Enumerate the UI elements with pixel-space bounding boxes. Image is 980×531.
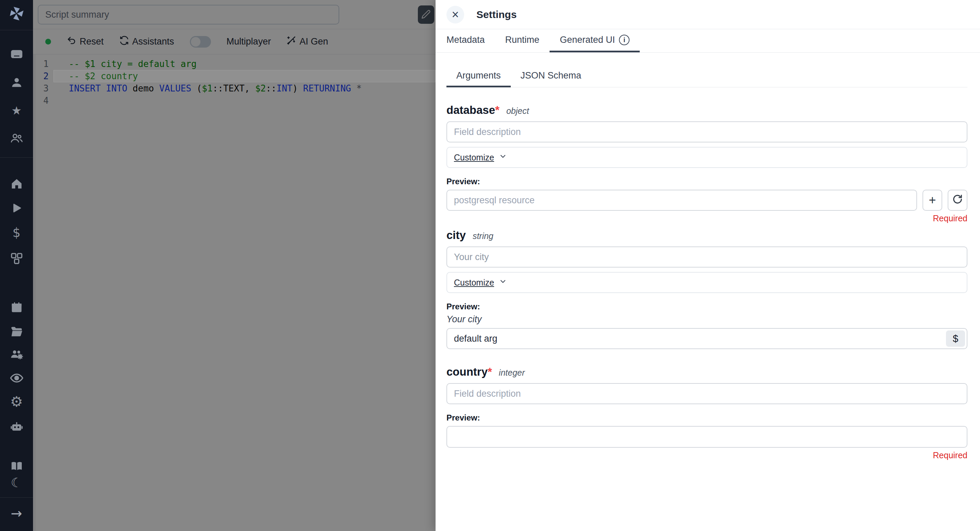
city-customize-link[interactable]: Customize bbox=[454, 277, 507, 288]
expand-arrow-icon[interactable]: → bbox=[0, 506, 33, 521]
city-preview-input-wrap: $ bbox=[447, 328, 967, 349]
schedules-calendar-icon[interactable] bbox=[0, 300, 33, 315]
dollar-icon: $ bbox=[953, 333, 958, 344]
required-message: Required bbox=[447, 214, 967, 223]
robot-icon[interactable] bbox=[0, 419, 33, 434]
city-description-input[interactable] bbox=[447, 246, 967, 268]
chevron-down-icon bbox=[499, 152, 507, 163]
database-customize-box: Customize bbox=[447, 147, 967, 168]
settings-header: × Settings bbox=[436, 0, 980, 29]
docs-book-icon[interactable] bbox=[0, 458, 33, 474]
field-name: database* bbox=[447, 104, 500, 117]
required-asterisk: * bbox=[495, 104, 500, 116]
field-database: database* object Customize Preview: bbox=[447, 104, 967, 223]
field-type: integer bbox=[499, 368, 525, 378]
star-icon[interactable]: ★ bbox=[0, 103, 33, 118]
plus-icon: + bbox=[929, 194, 936, 206]
field-type: string bbox=[473, 231, 493, 241]
database-preview-row: + bbox=[447, 190, 967, 211]
home-icon[interactable] bbox=[0, 176, 33, 192]
preview-label: Preview: bbox=[447, 177, 967, 186]
folder-open-icon[interactable] bbox=[0, 324, 33, 339]
field-country: country* integer Preview: Required bbox=[447, 365, 967, 460]
city-preview-input[interactable] bbox=[447, 328, 967, 349]
field-type: object bbox=[506, 106, 529, 116]
refresh-icon bbox=[953, 194, 963, 206]
field-city: city string Customize Preview: Your city bbox=[447, 229, 967, 349]
generated-ui-subtabs: Arguments JSON Schema bbox=[447, 66, 967, 87]
active-line-highlight bbox=[53, 70, 436, 82]
refresh-resource-button[interactable] bbox=[948, 190, 967, 211]
add-resource-button[interactable]: + bbox=[923, 190, 942, 211]
sidebar-divider bbox=[0, 157, 33, 158]
tab-generated-ui[interactable]: Generated UI i bbox=[550, 29, 640, 52]
city-customize-box: Customize bbox=[447, 272, 967, 293]
eye-icon[interactable] bbox=[0, 371, 33, 385]
settings-drawer: × Settings Metadata Runtime Generated UI… bbox=[436, 0, 980, 531]
customize-label: Customize bbox=[454, 153, 494, 163]
database-customize-link[interactable]: Customize bbox=[454, 152, 507, 163]
country-preview-input[interactable] bbox=[447, 426, 967, 448]
field-city-header: city string bbox=[447, 229, 967, 242]
keyboard-icon[interactable] bbox=[0, 47, 33, 62]
settings-content: Arguments JSON Schema database* object C… bbox=[436, 53, 980, 531]
settings-title: Settings bbox=[476, 9, 517, 21]
moon-icon[interactable]: ☾ bbox=[0, 475, 33, 490]
sidebar: ★ $ bbox=[0, 0, 33, 531]
windmill-logo-icon[interactable] bbox=[0, 6, 33, 21]
settings-tabs: Metadata Runtime Generated UI i bbox=[436, 29, 980, 53]
groups-gear-icon[interactable] bbox=[0, 346, 33, 361]
subtab-arguments[interactable]: Arguments bbox=[447, 66, 511, 87]
close-button[interactable]: × bbox=[447, 6, 464, 24]
resources-boxes-icon[interactable] bbox=[0, 251, 33, 266]
close-icon: × bbox=[452, 8, 459, 21]
required-asterisk: * bbox=[488, 365, 492, 378]
tab-generated-ui-label: Generated UI bbox=[560, 35, 615, 45]
customize-label: Customize bbox=[454, 278, 494, 288]
subtab-json-schema[interactable]: JSON Schema bbox=[511, 66, 592, 87]
field-name: city bbox=[447, 229, 466, 242]
country-preview-row bbox=[447, 426, 967, 448]
chevron-down-icon bbox=[499, 277, 507, 288]
variable-picker-button[interactable]: $ bbox=[946, 330, 965, 347]
tab-metadata[interactable]: Metadata bbox=[447, 29, 495, 52]
preview-label: Preview: bbox=[447, 413, 967, 423]
user-icon[interactable] bbox=[0, 75, 33, 90]
preview-label: Preview: bbox=[447, 302, 967, 311]
sidebar-divider bbox=[0, 30, 33, 30]
database-description-input[interactable] bbox=[447, 121, 967, 143]
play-icon[interactable] bbox=[0, 201, 33, 216]
tab-runtime[interactable]: Runtime bbox=[495, 29, 550, 52]
database-resource-select[interactable] bbox=[447, 190, 917, 211]
city-preview-description: Your city bbox=[447, 314, 967, 325]
field-database-header: database* object bbox=[447, 104, 967, 117]
country-description-input[interactable] bbox=[447, 383, 967, 404]
users-icon[interactable] bbox=[0, 131, 33, 146]
editor-workspace: Reset Assistants Multiplayer bbox=[33, 0, 436, 531]
field-country-header: country* integer bbox=[447, 365, 967, 378]
info-icon[interactable]: i bbox=[619, 35, 630, 45]
app-root: ★ $ bbox=[0, 0, 980, 531]
sidebar-divider bbox=[0, 497, 33, 498]
required-message: Required bbox=[447, 450, 967, 460]
field-name: country* bbox=[447, 365, 492, 378]
gear-icon[interactable]: ⚙ bbox=[0, 394, 33, 409]
variables-dollar-icon[interactable]: $ bbox=[0, 225, 33, 240]
